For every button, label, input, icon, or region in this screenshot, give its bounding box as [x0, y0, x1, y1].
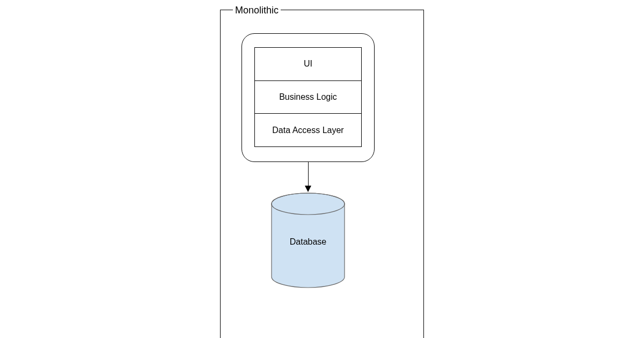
layer-data-access: Data Access Layer — [254, 113, 362, 147]
layer-business-logic: Business Logic — [254, 80, 362, 114]
layer-label: UI — [304, 59, 312, 69]
database-label: Database — [270, 237, 346, 247]
arrow-head-icon — [305, 186, 311, 192]
layers-stack: UI Business Logic Data Access Layer — [254, 47, 362, 147]
arrow-to-database — [308, 162, 309, 187]
layer-ui: UI — [254, 47, 362, 80]
layer-label: Business Logic — [279, 92, 337, 102]
diagram-canvas: Monolithic UI Business Logic Data Access… — [0, 0, 644, 338]
database-label-text: Database — [290, 237, 327, 246]
frame-title-text: Monolithic — [235, 5, 279, 16]
frame-title: Monolithic — [233, 5, 281, 16]
layer-label: Data Access Layer — [272, 126, 343, 135]
